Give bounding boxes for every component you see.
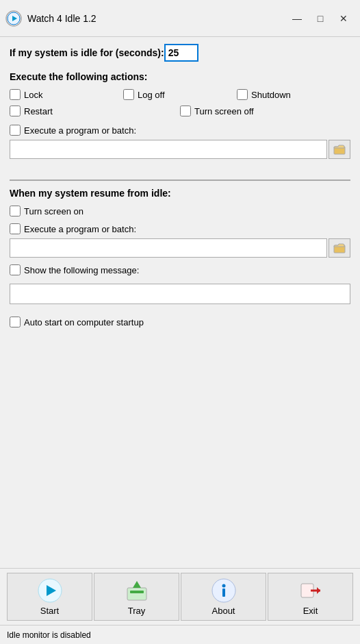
close-button[interactable]: ✕: [333, 9, 355, 28]
execute-program-checkbox[interactable]: [10, 125, 21, 136]
idle-row: If my system is idle for (seconds):: [10, 44, 350, 62]
start-button[interactable]: Start: [7, 573, 92, 621]
app-icon: [5, 10, 22, 27]
execute-program-row: Execute a program or batch:: [10, 125, 350, 136]
logoff-label[interactable]: Log off: [138, 90, 165, 100]
show-message-row: Show the following message:: [10, 264, 350, 275]
svg-rect-12: [222, 589, 225, 597]
resume-section: When my system resume from idle: Turn sc…: [10, 188, 350, 304]
play-icon: [38, 578, 62, 603]
autostart-checkbox[interactable]: [10, 317, 21, 327]
turn-screen-on-label[interactable]: Turn screen on: [24, 206, 83, 216]
resume-program-file-row: [10, 238, 350, 258]
section-divider: [10, 179, 350, 181]
lock-label[interactable]: Lock: [24, 90, 42, 100]
show-message-checkbox[interactable]: [10, 264, 21, 275]
shutdown-label[interactable]: Shutdown: [251, 90, 291, 100]
checkbox-shutdown: Shutdown: [237, 89, 350, 100]
lock-checkbox[interactable]: [10, 89, 21, 100]
about-label: About: [212, 606, 235, 616]
minimize-button[interactable]: —: [286, 9, 308, 28]
resume-section-title: When my system resume from idle:: [10, 188, 350, 199]
info-icon: [211, 578, 236, 603]
turn-screen-on-row: Turn screen on: [10, 206, 350, 216]
about-button[interactable]: About: [181, 573, 266, 621]
exit-button[interactable]: Exit: [268, 573, 353, 621]
resume-program-path-input[interactable]: [10, 238, 327, 258]
idle-seconds-input[interactable]: [164, 44, 198, 62]
show-message-label[interactable]: Show the following message:: [24, 265, 139, 275]
folder-icon: [333, 143, 346, 156]
svg-rect-7: [127, 588, 146, 600]
window-controls: — □ ✕: [286, 9, 355, 28]
svg-point-11: [222, 584, 225, 587]
restart-checkbox[interactable]: [10, 106, 21, 116]
checkbox-row-2: Restart Turn screen off: [10, 106, 350, 116]
restart-label[interactable]: Restart: [24, 106, 53, 116]
button-bar: Start Tray About Exit: [0, 568, 360, 625]
turn-screen-on-checkbox[interactable]: [10, 206, 21, 216]
resume-execute-program-checkbox[interactable]: [10, 223, 21, 234]
execute-program-browse-button[interactable]: [329, 140, 350, 159]
checkbox-restart: Restart: [10, 106, 180, 116]
checkbox-lock: Lock: [10, 89, 123, 100]
turnoff-label[interactable]: Turn screen off: [194, 106, 254, 116]
resume-program-browse-button[interactable]: [329, 238, 350, 258]
window-title: Watch 4 Idle 1.2: [27, 13, 286, 24]
titlebar: Watch 4 Idle 1.2 — □ ✕: [0, 0, 360, 37]
tray-button[interactable]: Tray: [94, 573, 179, 621]
checkbox-row-1: Lock Log off Shutdown: [10, 89, 350, 100]
statusbar: Idle monitor is disabled: [0, 625, 360, 644]
autostart-row: Auto start on computer startup: [10, 317, 350, 327]
execute-program-path-input[interactable]: [10, 140, 327, 159]
idle-label: If my system is idle for (seconds):: [10, 47, 164, 58]
logoff-checkbox[interactable]: [123, 89, 134, 100]
status-text: Idle monitor is disabled: [7, 630, 91, 640]
shutdown-checkbox[interactable]: [237, 89, 248, 100]
main-content: If my system is idle for (seconds): Exec…: [0, 37, 360, 568]
execute-section-title: Execute the following actions:: [10, 71, 350, 82]
svg-rect-8: [130, 591, 144, 593]
checkbox-logoff: Log off: [123, 89, 237, 100]
folder-icon-2: [333, 242, 346, 254]
checkbox-turnoff: Turn screen off: [180, 106, 350, 116]
execute-section: Execute the following actions: Lock Log …: [10, 71, 350, 166]
message-input[interactable]: [10, 284, 350, 304]
exit-label: Exit: [303, 606, 318, 616]
execute-program-label[interactable]: Execute a program or batch:: [24, 125, 136, 136]
svg-marker-9: [133, 581, 141, 588]
exit-icon: [298, 578, 323, 603]
resume-execute-program-row: Execute a program or batch:: [10, 223, 350, 234]
tray-label: Tray: [128, 606, 146, 616]
start-label: Start: [40, 606, 59, 616]
maximize-button[interactable]: □: [309, 9, 331, 28]
svg-marker-15: [317, 587, 320, 594]
resume-execute-program-label[interactable]: Execute a program or batch:: [24, 224, 136, 234]
turnoff-checkbox[interactable]: [180, 106, 191, 116]
autostart-label[interactable]: Auto start on computer startup: [24, 317, 144, 327]
tray-icon: [125, 578, 149, 603]
execute-program-file-row: [10, 140, 350, 159]
